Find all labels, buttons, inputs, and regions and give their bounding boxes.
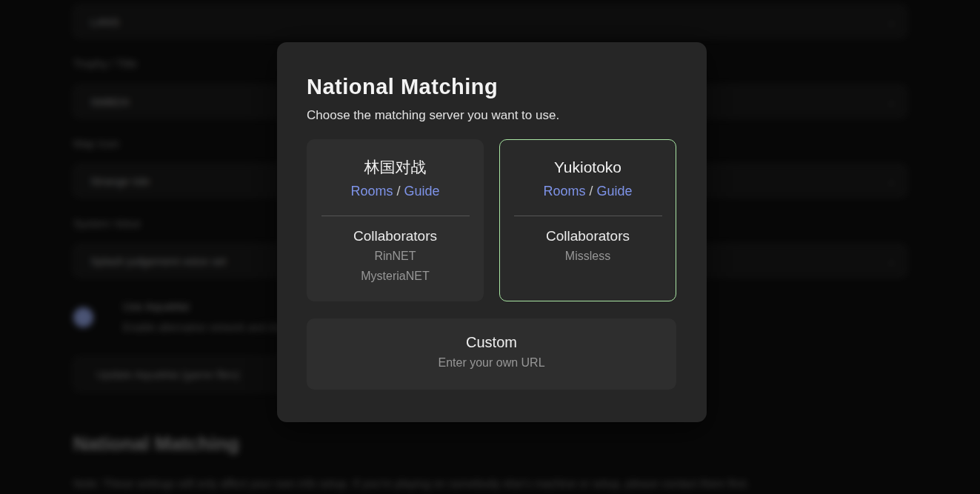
guide-link[interactable]: Guide <box>596 184 632 198</box>
custom-title: Custom <box>307 333 676 353</box>
server-links: Rooms / Guide <box>307 181 483 201</box>
card-divider <box>514 216 662 216</box>
custom-server-card[interactable]: Custom Enter your own URL <box>307 318 676 390</box>
card-divider <box>321 216 470 216</box>
collaborator-name: MysteriaNET <box>307 268 483 284</box>
collaborators-label: Collaborators <box>307 228 483 244</box>
custom-subtitle: Enter your own URL <box>307 356 676 370</box>
collaborators-label: Collaborators <box>500 228 676 244</box>
national-matching-dialog: National Matching Choose the matching se… <box>277 42 707 422</box>
rooms-link[interactable]: Rooms <box>543 184 585 198</box>
collaborator-name: RinNET <box>307 248 483 264</box>
dialog-title: National Matching <box>307 75 677 99</box>
server-name: Yukiotoko <box>500 157 676 178</box>
dialog-subtitle: Choose the matching server you want to u… <box>307 108 677 123</box>
server-links: Rooms / Guide <box>500 181 676 201</box>
server-name: 林国对战 <box>307 157 483 178</box>
rooms-link[interactable]: Rooms <box>350 184 393 198</box>
server-options: 林国对战 Rooms / Guide Collaborators RinNET … <box>307 139 677 301</box>
link-separator: / <box>585 184 596 198</box>
guide-link[interactable]: Guide <box>404 184 439 198</box>
server-card-linguo[interactable]: 林国对战 Rooms / Guide Collaborators RinNET … <box>307 139 484 301</box>
server-card-yukiotoko[interactable]: Yukiotoko Rooms / Guide Collaborators Mi… <box>499 139 676 301</box>
link-separator: / <box>393 184 404 198</box>
collaborator-name: Missless <box>500 248 676 264</box>
